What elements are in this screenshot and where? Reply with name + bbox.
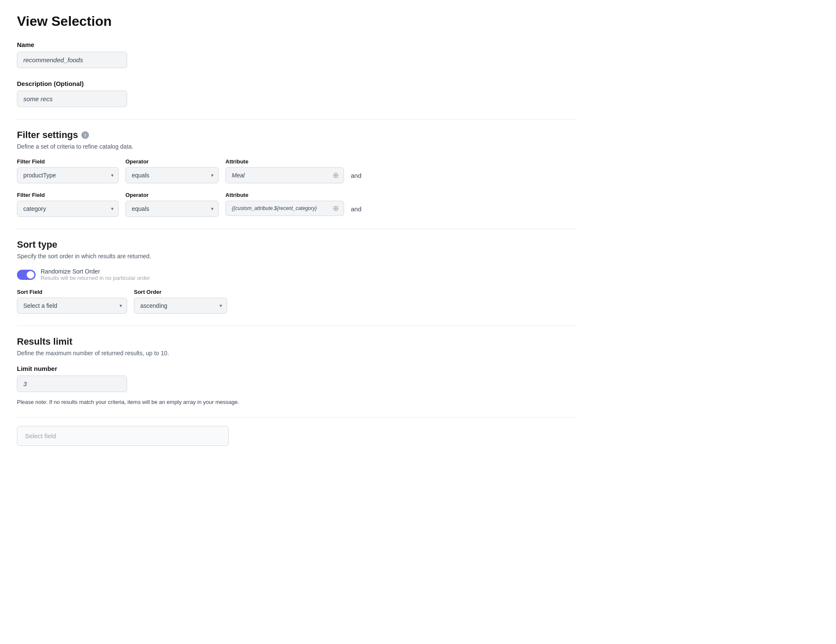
name-section: Name [17,41,576,68]
operator-label-2: Operator [125,192,219,198]
filter-field-select-2[interactable]: productType category [17,201,119,217]
filter-field-group-2: Filter Field productType category ▾ [17,192,119,217]
description-section: Description (Optional) [17,80,576,107]
sort-type-subtitle: Specify the sort order in which results … [17,253,576,260]
select-field-wrapper: Select field [17,426,576,446]
sort-type-section: Sort type Specify the sort order in whic… [17,239,576,314]
results-limit-section: Results limit Define the maximum number … [17,336,576,405]
sort-field-group: Sort Field Select a field ▾ [17,289,127,314]
attribute-group-1: Attribute ⊕ [225,158,344,183]
filter-field-label-1: Filter Field [17,158,119,165]
filter-settings-section: Filter settings i Define a set of criter… [17,130,576,217]
attribute-wrapper-1: ⊕ [225,167,344,183]
attribute-group-2: Attribute ⊕ [225,192,344,216]
randomize-toggle[interactable] [17,270,36,280]
filter-field-select-1[interactable]: productType category [17,167,119,183]
add-attribute-button-1[interactable]: ⊕ [331,171,340,180]
divider-2 [17,229,576,229]
divider-3 [17,326,576,326]
attribute-label-2: Attribute [225,192,344,198]
filter-field-label-2: Filter Field [17,192,119,198]
results-limit-title: Results limit [17,336,576,347]
filter-settings-subtitle: Define a set of criteria to refine catal… [17,143,576,150]
filter-field-select-wrapper-1: productType category ▾ [17,167,119,183]
sort-field-label: Sort Field [17,289,127,295]
attribute-input-1[interactable] [225,167,344,183]
limit-number-input[interactable] [17,376,127,392]
divider-1 [17,119,576,119]
sort-field-select-wrapper: Select a field ▾ [17,298,127,314]
filter-settings-title: Filter settings i [17,130,576,141]
sort-order-label: Sort Order [134,289,227,295]
operator-group-1: Operator equals not equals contains ▾ [125,158,219,183]
description-label: Description (Optional) [17,80,576,87]
toggle-text: Randomize Sort Order Results will be ret… [41,268,150,281]
attribute-label-1: Attribute [225,158,344,165]
page-title: View Selection [17,14,576,29]
toggle-title: Randomize Sort Order [41,268,150,275]
info-icon[interactable]: i [81,131,89,139]
sort-order-group: Sort Order ascending descending ▾ [134,289,227,314]
operator-label-1: Operator [125,158,219,165]
operator-select-2[interactable]: equals not equals contains [125,201,219,217]
select-field-row: Select field [17,417,576,454]
operator-select-1[interactable]: equals not equals contains [125,167,219,183]
filter-field-select-wrapper-2: productType category ▾ [17,201,119,217]
randomize-toggle-row: Randomize Sort Order Results will be ret… [17,268,576,281]
sort-row: Sort Field Select a field ▾ Sort Order a… [17,289,576,314]
add-attribute-button-2[interactable]: ⊕ [331,204,340,213]
sort-order-select-wrapper: ascending descending ▾ [134,298,227,314]
operator-group-2: Operator equals not equals contains ▾ [125,192,219,217]
and-label-1: and [351,158,361,179]
notice-text: Please note: If no results match your cr… [17,399,576,405]
and-label-2: and [351,192,361,213]
toggle-slider [17,270,36,280]
sort-field-select[interactable]: Select a field [17,298,127,314]
sort-type-title: Sort type [17,239,576,250]
filter-field-group-1: Filter Field productType category ▾ [17,158,119,183]
operator-select-wrapper-1: equals not equals contains ▾ [125,167,219,183]
operator-select-wrapper-2: equals not equals contains ▾ [125,201,219,217]
filter-row-2: Filter Field productType category ▾ Oper… [17,192,576,217]
description-input[interactable] [17,91,127,107]
select-field-dropdown[interactable]: Select field [17,426,229,446]
sort-order-select[interactable]: ascending descending [134,298,227,314]
toggle-subtitle: Results will be returned in no particula… [41,275,150,281]
attribute-wrapper-2: ⊕ [225,201,344,216]
attribute-input-2[interactable] [225,201,344,216]
filter-row-1: Filter Field productType category ▾ Oper… [17,158,576,183]
name-label: Name [17,41,576,48]
name-input[interactable] [17,52,127,68]
results-limit-subtitle: Define the maximum number of returned re… [17,350,576,357]
limit-number-label: Limit number [17,365,576,372]
